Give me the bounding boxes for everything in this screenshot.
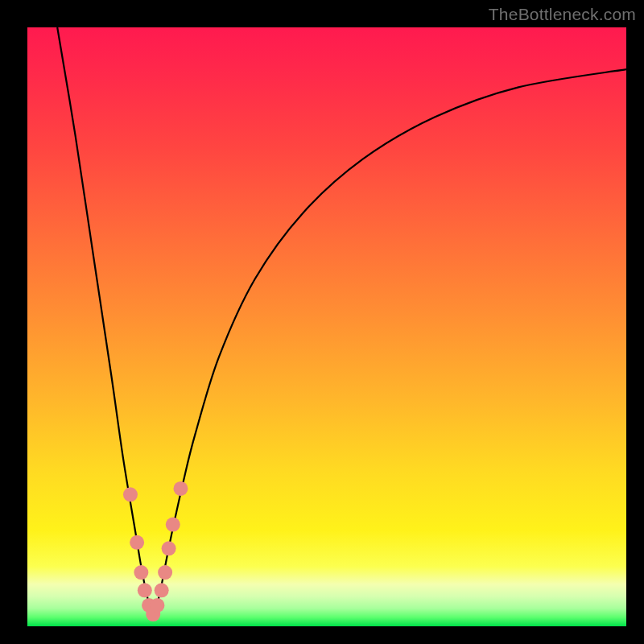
curve-marker xyxy=(173,481,188,496)
chart-frame: TheBottleneck.com xyxy=(0,0,644,644)
curve-marker xyxy=(158,565,172,580)
curve-marker xyxy=(162,541,176,555)
curve-marker xyxy=(166,518,180,532)
watermark-text: TheBottleneck.com xyxy=(489,5,636,24)
curve-layer xyxy=(27,27,626,626)
curve-marker xyxy=(155,583,169,597)
bottleneck-curve xyxy=(57,27,626,614)
plot-area xyxy=(27,27,626,626)
curve-marker xyxy=(150,598,164,613)
curve-marker xyxy=(123,487,138,502)
curve-marker xyxy=(134,565,148,580)
curve-marker xyxy=(130,535,144,550)
curve-marker xyxy=(138,583,152,597)
